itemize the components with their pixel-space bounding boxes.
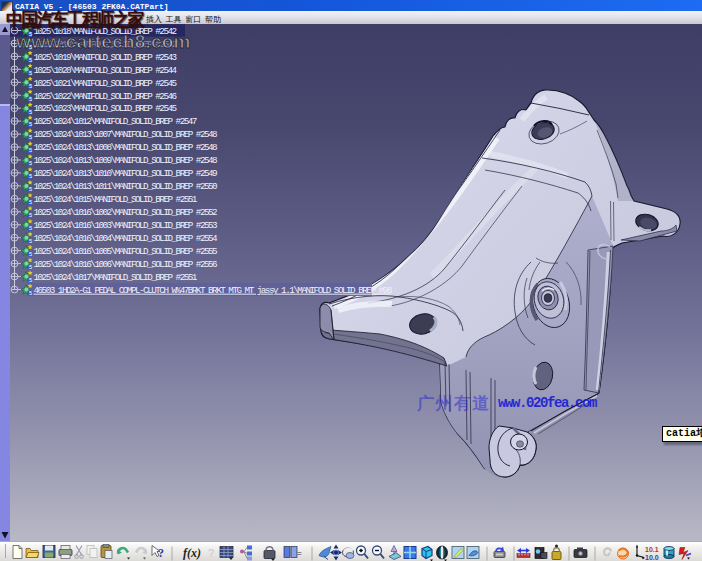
svg-text:1025\1024\1015\MANIFOLD_SOLID_: 1025\1024\1015\MANIFOLD_SOLID_BREP #2551 bbox=[34, 194, 198, 205]
svg-text:5: 5 bbox=[29, 96, 32, 102]
svg-text:5: 5 bbox=[29, 225, 32, 231]
svg-text:5: 5 bbox=[29, 199, 32, 205]
svg-text:?: ? bbox=[208, 547, 214, 559]
svg-text:1025\1024\1016\1006\MANIFOLD_S: 1025\1024\1016\1006\MANIFOLD_SOLID_BREP … bbox=[34, 259, 218, 270]
svg-text:5: 5 bbox=[29, 251, 32, 257]
svg-text:?: ? bbox=[158, 546, 164, 560]
svg-text:1025\1024\1013\1007\MANIFOLD_S: 1025\1024\1013\1007\MANIFOLD_SOLID_BREP … bbox=[34, 129, 218, 140]
svg-text:f(x): f(x) bbox=[183, 546, 201, 560]
svg-text:1025\1024\1013\1010\MANIFOLD_S: 1025\1024\1013\1010\MANIFOLD_SOLID_BREP … bbox=[34, 168, 218, 179]
svg-text:5: 5 bbox=[29, 173, 32, 179]
svg-text:5: 5 bbox=[29, 186, 32, 192]
svg-text:1025\1020\MANIFOLD_SOLID_BREP: 1025\1020\MANIFOLD_SOLID_BREP #2544 bbox=[34, 65, 178, 76]
svg-text:1025\1024\1013\1009\MANIFOLD_S: 1025\1024\1013\1009\MANIFOLD_SOLID_BREP … bbox=[34, 155, 218, 166]
svg-text:5: 5 bbox=[29, 277, 32, 283]
svg-text:5: 5 bbox=[29, 83, 32, 89]
svg-text:1025\1019\MANIFOLD_SOLID_BREP: 1025\1019\MANIFOLD_SOLID_BREP #2543 bbox=[34, 52, 177, 63]
svg-text:1025\1024\1016\1005\MANIFOLD_S: 1025\1024\1016\1005\MANIFOLD_SOLID_BREP … bbox=[34, 246, 218, 257]
svg-text:5: 5 bbox=[29, 238, 32, 244]
svg-text:5: 5 bbox=[29, 160, 32, 166]
svg-text:1025\1022\MANIFOLD_SOLID_BREP: 1025\1022\MANIFOLD_SOLID_BREP #2546 bbox=[34, 91, 177, 102]
svg-text:10.1: 10.1 bbox=[645, 546, 659, 553]
svg-text:5: 5 bbox=[29, 57, 32, 63]
svg-text:1025\1024\1016\1002\MANIFOLD_S: 1025\1024\1016\1002\MANIFOLD_SOLID_BREP … bbox=[34, 207, 218, 218]
svg-text:1025\1021\MANIFOLD_SOLID_BREP: 1025\1021\MANIFOLD_SOLID_BREP #2545 bbox=[34, 78, 177, 89]
svg-text:1025\1024\1017\MANIFOLD_SOLID_: 1025\1024\1017\MANIFOLD_SOLID_BREP #2551 bbox=[34, 272, 198, 283]
svg-text:1025\1024\1013\1008\MANIFOLD_S: 1025\1024\1013\1008\MANIFOLD_SOLID_BREP … bbox=[34, 142, 218, 153]
svg-text:5: 5 bbox=[29, 212, 32, 218]
svg-text:1025\1024\1016\1003\MANIFOLD_S: 1025\1024\1016\1003\MANIFOLD_SOLID_BREP … bbox=[34, 220, 218, 231]
svg-text:46503 1HD2A-G1 PEDAL COMPL-CLU: 46503 1HD2A-G1 PEDAL COMPL-CLUTCH W%47BR… bbox=[34, 285, 392, 296]
svg-text:=: = bbox=[297, 549, 302, 558]
svg-text:1025\1024\1013\1011\MANIFOLD_S: 1025\1024\1013\1011\MANIFOLD_SOLID_BREP … bbox=[34, 181, 218, 192]
svg-text:5: 5 bbox=[29, 135, 32, 141]
svg-text:5: 5 bbox=[29, 264, 32, 270]
svg-text:10.0: 10.0 bbox=[645, 554, 659, 561]
svg-text:5: 5 bbox=[29, 70, 32, 76]
svg-text:1025\1024\1012\MANIFOLD_SOLID_: 1025\1024\1012\MANIFOLD_SOLID_BREP #2547 bbox=[34, 116, 197, 127]
svg-text:5: 5 bbox=[29, 148, 32, 154]
svg-text:5: 5 bbox=[29, 122, 32, 128]
svg-text:1025\1024\1016\1004\MANIFOLD_S: 1025\1024\1016\1004\MANIFOLD_SOLID_BREP … bbox=[34, 233, 219, 244]
svg-text:1025\1023\MANIFOLD_SOLID_BREP: 1025\1023\MANIFOLD_SOLID_BREP #2545 bbox=[34, 103, 177, 114]
svg-text:5: 5 bbox=[29, 109, 32, 115]
svg-text:5: 5 bbox=[29, 290, 32, 296]
